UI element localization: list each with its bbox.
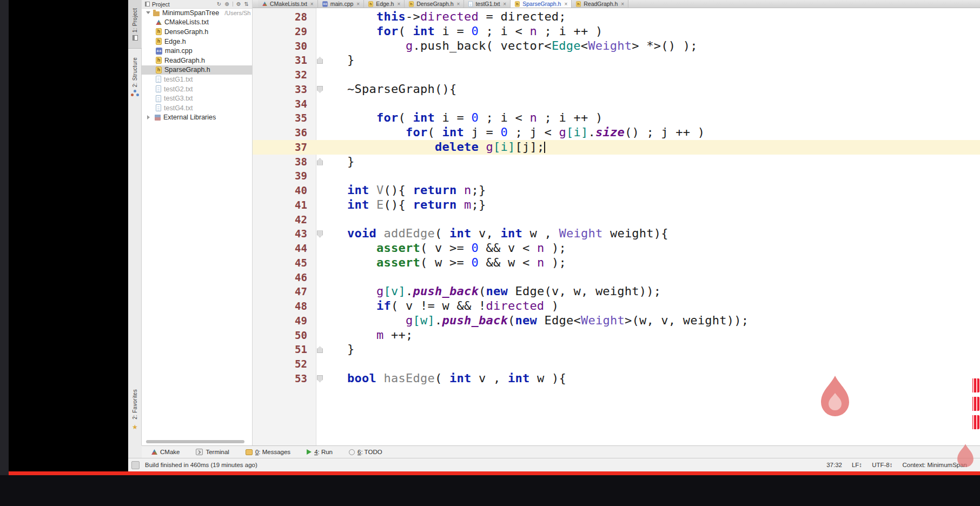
line-number: 48 (253, 299, 307, 314)
code-line-44[interactable]: 44 assert( v >= 0 && v < n ); (253, 241, 980, 256)
code-line-46[interactable]: 46 (253, 270, 980, 285)
line-number: 36 (253, 125, 307, 140)
tree-item-label: CMakeLists.txt (164, 18, 209, 26)
tab-close-icon[interactable]: × (356, 1, 360, 7)
horizontal-scrollbar[interactable] (146, 440, 244, 443)
code-line-37[interactable]: 37 delete g[i][j]; (253, 140, 980, 155)
editor-tab-sparsegraph-h[interactable]: SparseGraph.h× (511, 0, 572, 8)
line-number: 28 (253, 10, 307, 24)
tree-item-testg2-txt[interactable]: testG2.txt (142, 84, 252, 94)
code-text: int V(){ return n;} (318, 183, 486, 198)
editor-tab-densegraph-h[interactable]: DenseGraph.h× (405, 0, 464, 8)
chevron-down-icon[interactable] (146, 11, 150, 16)
locate-icon[interactable]: ⊕ (224, 2, 229, 7)
code-line-32[interactable]: 32 (253, 68, 980, 82)
tab-close-icon[interactable]: × (397, 1, 400, 7)
editor-tab-testg1-txt[interactable]: testG1.txt× (464, 0, 511, 8)
project-tool-icon (133, 35, 138, 41)
tab-close-icon[interactable]: × (457, 1, 460, 7)
tree-item-external-libraries[interactable]: External Libraries (142, 113, 252, 123)
tool-button-structure[interactable]: 2: Structure (128, 50, 142, 104)
code-line-48[interactable]: 48 if( v != w && !directed ) (253, 299, 980, 314)
tree-item-cmakelists-txt[interactable]: CMakeLists.txt (142, 18, 252, 28)
tab-close-icon[interactable]: × (564, 1, 567, 7)
settings-gear-icon[interactable]: ⚙ (236, 2, 241, 7)
tab-close-icon[interactable]: × (621, 1, 624, 7)
tab-label: DenseGraph.h (416, 1, 453, 7)
code-line-29[interactable]: 29 for( int i = 0 ; i < n ; i ++ ) (253, 24, 980, 39)
messages-icon (246, 449, 253, 455)
editor-tab-cmakelists-txt[interactable]: CMakeLists.txt× (258, 0, 318, 8)
refresh-icon[interactable]: ↻ (217, 2, 221, 7)
line-number: 29 (253, 24, 307, 39)
toolwindow-button-terminal[interactable]: Terminal (196, 449, 229, 455)
header-file-icon (576, 1, 581, 6)
toolwindow-button-cmake[interactable]: CMake (151, 449, 180, 455)
code-line-30[interactable]: 30 g.push_back( vector<Edge<Weight> *>()… (253, 39, 980, 54)
tab-label: SparseGraph.h (522, 1, 561, 7)
code-line-51[interactable]: 51 } (253, 342, 980, 357)
status-item-lf[interactable]: LF↕ (852, 462, 862, 468)
code-editor[interactable]: 28 this->directed = directed;29 for( int… (253, 8, 980, 445)
tool-button-project[interactable]: 1: Project (128, 0, 142, 49)
tree-item-testg1-txt[interactable]: testG1.txt (142, 75, 252, 84)
code-line-36[interactable]: 36 for( int j = 0 ; j < g[i].size() ; j … (253, 125, 980, 140)
toolwindow-button-4-run[interactable]: 4: Run (307, 449, 333, 455)
tree-item-label: DenseGraph.h (164, 28, 208, 36)
code-line-40[interactable]: 40 int V(){ return n;} (253, 183, 980, 198)
line-number: 51 (253, 342, 307, 357)
project-panel-title: Project (152, 1, 170, 8)
video-player-frame: 1: Project 2: Structure 2: Favorites Pro… (0, 0, 980, 506)
tool-button-favorites[interactable]: 2: Favorites (128, 378, 142, 442)
code-line-42[interactable]: 42 (253, 212, 980, 227)
collapse-all-icon[interactable]: ⇅ (244, 2, 249, 7)
toolwindow-button-6-todo[interactable]: 6: TODO (349, 449, 382, 455)
code-line-45[interactable]: 45 assert( w >= 0 && w < n ); (253, 256, 980, 270)
line-number: 53 (253, 371, 307, 386)
project-panel-header: Project ↻⊕⚙⇅ (142, 0, 252, 9)
status-item-37-32[interactable]: 37:32 (826, 462, 842, 468)
code-line-53[interactable]: 53 bool hasEdge( int v , int w ){ (253, 371, 980, 386)
code-line-41[interactable]: 41 int E(){ return m;} (253, 198, 980, 212)
text-file-icon (156, 104, 161, 111)
project-tree: MinimumSpanTree/Users/ShCMakeLists.txtDe… (142, 8, 252, 122)
status-item-utf-8[interactable]: UTF-8↕ (872, 462, 892, 468)
tab-label: ReadGraph.h (584, 1, 618, 7)
tree-item-edge-h[interactable]: Edge.h (142, 37, 252, 46)
tree-item-minimumspantree[interactable]: MinimumSpanTree/Users/Sh (142, 8, 252, 18)
code-line-50[interactable]: 50 m ++; (253, 328, 980, 343)
tree-item-readgraph-h[interactable]: ReadGraph.h (142, 56, 252, 65)
tree-item-label: ReadGraph.h (164, 57, 205, 64)
line-number: 31 (253, 53, 307, 68)
line-number: 42 (253, 212, 307, 227)
tree-item-testg4-txt[interactable]: testG4.txt (142, 103, 252, 113)
tab-close-icon[interactable]: × (503, 1, 506, 7)
code-line-38[interactable]: 38 } (253, 155, 980, 169)
video-progress-bar[interactable] (9, 471, 980, 475)
editor-tab-readgraph-h[interactable]: ReadGraph.h× (572, 0, 628, 8)
editor-tab-main-cpp[interactable]: main.cpp× (318, 0, 364, 8)
code-line-43[interactable]: 43 void addEdge( int v, int w , Weight w… (253, 227, 980, 241)
code-line-52[interactable]: 52 (253, 357, 980, 371)
code-line-49[interactable]: 49 g[w].push_back(new Edge<Weight>(w, v,… (253, 314, 980, 328)
cpp-file-icon (322, 1, 328, 6)
chevron-right-icon[interactable] (147, 115, 152, 119)
code-line-34[interactable]: 34 (253, 97, 980, 111)
tree-item-main-cpp[interactable]: main.cpp (142, 46, 252, 56)
tree-item-densegraph-h[interactable]: DenseGraph.h (142, 27, 252, 37)
tab-close-icon[interactable]: × (310, 1, 314, 7)
code-line-39[interactable]: 39 (253, 169, 980, 183)
tree-item-testg3-txt[interactable]: testG3.txt (142, 94, 252, 103)
editor-tab-edge-h[interactable]: Edge.h× (364, 0, 405, 8)
header-file-icon (515, 1, 520, 6)
line-number: 43 (253, 227, 307, 241)
toolwindow-toggle-icon[interactable] (131, 461, 140, 469)
line-number: 40 (253, 183, 307, 198)
code-line-31[interactable]: 31 } (253, 53, 980, 68)
code-line-35[interactable]: 35 for( int i = 0 ; i < n ; i ++ ) (253, 111, 980, 125)
code-line-47[interactable]: 47 g[v].push_back(new Edge(v, w, weight)… (253, 284, 980, 299)
code-line-28[interactable]: 28 this->directed = directed; (253, 10, 980, 24)
tree-item-sparsegraph-h[interactable]: SparseGraph.h (142, 65, 252, 75)
code-line-33[interactable]: 33 ~SparseGraph(){ (253, 82, 980, 97)
toolwindow-button-0-messages[interactable]: 0: Messages (246, 449, 290, 455)
